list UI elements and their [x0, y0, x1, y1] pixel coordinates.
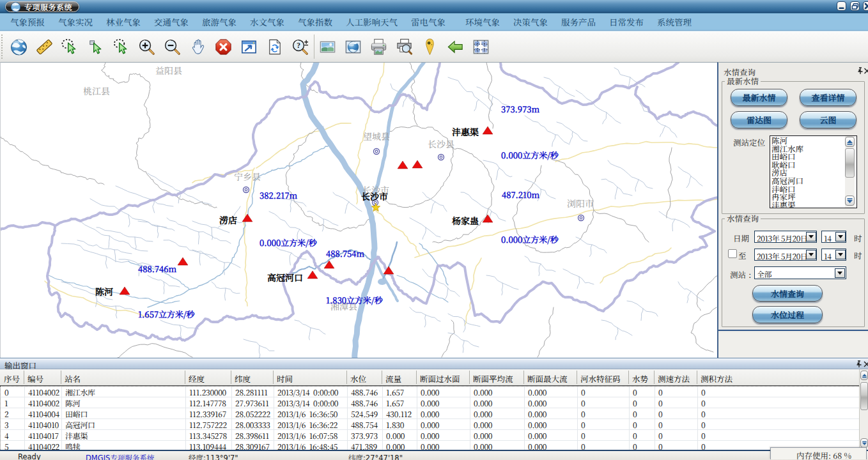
list-scroll-thumb[interactable]: [845, 148, 855, 178]
column-separator[interactable]: [523, 371, 524, 384]
placemark-tool-button[interactable]: [417, 33, 442, 60]
output-scroll-thumb[interactable]: [860, 382, 868, 410]
column-separator[interactable]: [628, 371, 629, 384]
column-separator[interactable]: [185, 371, 185, 384]
column-header-2[interactable]: 编号: [27, 373, 43, 385]
map-canvas[interactable]: 益阳县桃江县宁乡县望城县长沙县长沙市浏阳市湘潭县长沙市涝店陈河高冠河口沣惠渠杨家…: [0, 62, 717, 358]
station-marker[interactable]: [178, 257, 188, 265]
output-table-body[interactable]: 041104002湘江水库111.23000028.2811112013/3/1…: [0, 386, 859, 450]
column-separator[interactable]: [346, 371, 347, 384]
column-separator[interactable]: [469, 371, 470, 384]
menu-item-10[interactable]: 环境气象: [465, 15, 500, 28]
menu-item-1[interactable]: 气象预报: [10, 15, 45, 28]
water-level-process-button[interactable]: 水位过程: [752, 306, 823, 323]
date-from-dropdown-arrow[interactable]: [806, 232, 816, 241]
cloud-image-button[interactable]: 云图: [800, 111, 856, 128]
station-dropdown-arrow[interactable]: [835, 268, 845, 278]
refresh-tool-button[interactable]: [261, 33, 287, 60]
station-marker[interactable]: [120, 287, 130, 295]
table-row-4[interactable]: 441104017沣惠渠113.34527828.3986112013/1/6 …: [1, 430, 859, 441]
column-header-13[interactable]: 水势: [632, 373, 648, 385]
zoom-in-tool-button[interactable]: [134, 33, 159, 60]
column-header-8[interactable]: 流量: [385, 373, 401, 385]
select-pointer-tool-button[interactable]: [82, 33, 108, 60]
menu-item-4[interactable]: 交通气象: [154, 15, 189, 28]
radar-chart-button[interactable]: 雷达图: [731, 111, 787, 128]
menu-item-12[interactable]: 服务产品: [561, 15, 596, 28]
image-export-tool-button[interactable]: [314, 33, 340, 60]
station-list-item-9[interactable]: 沣惠渠: [771, 201, 856, 208]
column-separator[interactable]: [24, 371, 24, 384]
identify-tool-button[interactable]: [287, 33, 313, 60]
print-tool-button[interactable]: [366, 33, 391, 60]
column-separator[interactable]: [577, 371, 577, 384]
menu-item-9[interactable]: 雷电气象: [411, 15, 446, 28]
measure-ruler-tool-button[interactable]: [31, 33, 57, 60]
full-extent-tool-button[interactable]: [236, 33, 261, 60]
station-marker[interactable]: [483, 126, 493, 134]
globe-view-tool-button[interactable]: [340, 33, 366, 60]
water-query-button[interactable]: 水情查询: [752, 285, 823, 302]
date-to-combo[interactable]: 2013年 5月20日: [754, 249, 817, 261]
hour-from-combo[interactable]: 14: [821, 231, 846, 243]
map-select-tool-button[interactable]: [468, 33, 493, 60]
station-marker[interactable]: [242, 214, 252, 222]
pan-hand-tool-button[interactable]: [185, 33, 210, 60]
date-to-dropdown-arrow[interactable]: [806, 250, 816, 259]
list-scroll-up-button[interactable]: [845, 137, 855, 147]
column-header-4[interactable]: 经度: [189, 373, 205, 385]
to-checkbox[interactable]: [728, 249, 737, 258]
station-listbox[interactable]: 陈河湘江水库田峪口耿峪口涝店高冠河口沣峪口冉家坪沣惠渠: [770, 135, 857, 208]
latest-water-button[interactable]: 最新水情: [731, 89, 787, 106]
menu-item-2[interactable]: 气象实况: [58, 15, 93, 28]
station-marker[interactable]: [307, 271, 318, 279]
menu-item-11[interactable]: 决策气象: [513, 15, 548, 28]
close-button[interactable]: [863, 1, 868, 11]
hour-to-combo[interactable]: 14: [821, 249, 846, 261]
menu-item-6[interactable]: 水文气象: [250, 15, 284, 28]
menu-item-7[interactable]: 气象指数: [298, 15, 332, 28]
menu-item-14[interactable]: 系统管理: [657, 15, 692, 28]
toolbar-grip[interactable]: [1, 34, 6, 59]
column-header-7[interactable]: 水位: [350, 373, 366, 385]
restore-button[interactable]: [850, 1, 860, 11]
column-separator[interactable]: [416, 371, 417, 384]
table-row-0[interactable]: 041104002湘江水库111.23000028.2811112013/3/1…: [1, 387, 859, 397]
date-from-combo[interactable]: 2013年 5月20日: [754, 231, 817, 243]
station-combo[interactable]: 全部: [754, 266, 846, 279]
table-row-3[interactable]: 341104010高冠河口112.75722228.0033332013/1/6…: [1, 419, 859, 430]
column-separator[interactable]: [61, 371, 61, 384]
select-polygon-tool-button[interactable]: [57, 33, 82, 60]
panel-close-icon[interactable]: [863, 67, 868, 75]
column-header-12[interactable]: 河水特征码: [580, 373, 621, 385]
hour-from-dropdown-arrow[interactable]: [835, 232, 846, 241]
column-header-15[interactable]: 测积方法: [701, 373, 732, 385]
station-list-scrollbar[interactable]: [845, 136, 855, 208]
column-header-10[interactable]: 断面平均流: [473, 373, 513, 385]
column-separator[interactable]: [273, 371, 274, 384]
column-header-14[interactable]: 测速方法: [658, 373, 690, 385]
column-header-9[interactable]: 断面过水面: [420, 373, 460, 385]
back-arrow-tool-button[interactable]: [442, 33, 468, 60]
station-marker[interactable]: [412, 160, 422, 168]
hour-to-dropdown-arrow[interactable]: [835, 250, 846, 259]
table-row-2[interactable]: 241104004田峪口112.33916728.0522222013/1/6 …: [1, 408, 859, 419]
zoom-out-tool-button[interactable]: [159, 33, 185, 60]
select-circle-tool-button[interactable]: [108, 33, 134, 60]
menu-item-13[interactable]: 日常发布: [609, 15, 644, 28]
table-row-1[interactable]: 141104002陈河112.14777827.9736112013/3/14 …: [1, 397, 859, 408]
output-scroll-up-button[interactable]: [860, 371, 868, 380]
column-header-6[interactable]: 时间: [277, 373, 293, 385]
globe-tool-button[interactable]: [6, 33, 31, 60]
station-marker[interactable]: [398, 161, 408, 169]
list-scroll-down-button[interactable]: [845, 195, 855, 206]
output-close-icon[interactable]: [863, 360, 868, 368]
output-scroll-down-button[interactable]: [860, 438, 868, 448]
column-header-11[interactable]: 断面最大流: [527, 373, 568, 385]
column-header-5[interactable]: 纬度: [235, 373, 251, 385]
menu-item-8[interactable]: 人工影响天气: [346, 15, 398, 28]
view-details-button[interactable]: 查看详情: [800, 89, 856, 106]
column-separator[interactable]: [654, 371, 655, 384]
menu-item-3[interactable]: 林业气象: [106, 15, 141, 28]
print-preview-tool-button[interactable]: [391, 33, 417, 60]
